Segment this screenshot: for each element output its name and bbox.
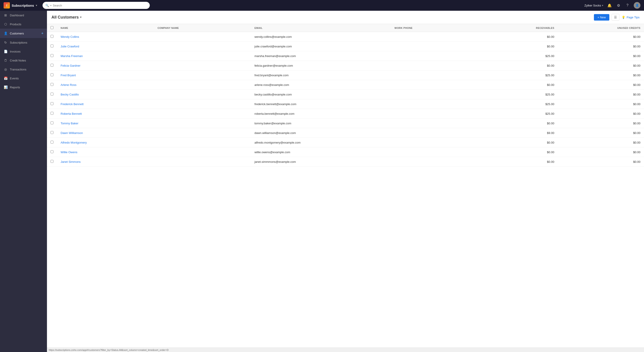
- customer-name[interactable]: Roberta Bennett: [57, 109, 154, 118]
- customers-table: NAME COMPANY NAME EMAIL WORK PHONE RECEI…: [47, 24, 644, 166]
- app-logo[interactable]: Z Subscriptions ▾: [4, 2, 37, 8]
- sidebar-item-subscriptions[interactable]: ↻Subscriptions: [0, 38, 47, 47]
- new-button[interactable]: + New: [594, 14, 609, 20]
- customer-name[interactable]: Janet Simmons: [57, 157, 154, 166]
- unused-credits: $0.00: [558, 128, 644, 138]
- page-tips-button[interactable]: 💡 Page Tips: [622, 16, 640, 19]
- row-checkbox-6[interactable]: [50, 92, 54, 96]
- customer-name[interactable]: Alfredo Montgomery: [57, 138, 154, 147]
- table-row[interactable]: Felicia Gardner felicia.gardner@example.…: [47, 61, 644, 70]
- unused-credits: $0.00: [558, 118, 644, 128]
- search-area: 🔍 ▾: [42, 2, 150, 9]
- col-header-company[interactable]: COMPANY NAME: [154, 24, 251, 32]
- table-row[interactable]: Willie Owens willie.owens@example.com $0…: [47, 147, 644, 157]
- company-name: [154, 70, 251, 80]
- table-row[interactable]: Fred Bryant fred.bryant@example.com $25.…: [47, 70, 644, 80]
- company-name: [154, 51, 251, 61]
- table-row[interactable]: Becky Castillo becky.castillo@example.co…: [47, 90, 644, 99]
- sidebar-item-transactions[interactable]: ◎Transactions: [0, 65, 47, 74]
- unused-credits: $0.00: [558, 157, 644, 166]
- customer-name[interactable]: Willie Owens: [57, 147, 154, 157]
- unused-credits: $0.00: [558, 80, 644, 90]
- app-name: Subscriptions: [12, 4, 34, 8]
- sidebar-item-products[interactable]: ⬡Products: [0, 20, 47, 29]
- dashboard-icon: ⊞: [4, 14, 8, 17]
- sidebar-item-credit-notes[interactable]: 🗒Credit Notes: [0, 56, 47, 65]
- search-dropdown-icon[interactable]: ▾: [50, 4, 52, 7]
- col-header-credits[interactable]: UNUSED CREDITS: [558, 24, 644, 32]
- table-row[interactable]: Marsha Freeman marsha.freeman@example.co…: [47, 51, 644, 61]
- sidebar-item-label-dashboard: Dashboard: [10, 14, 44, 17]
- col-header-email[interactable]: EMAIL: [251, 24, 391, 32]
- org-selector[interactable]: Zylker Socks ▾: [584, 4, 603, 7]
- customer-name[interactable]: Dawn Williamson: [57, 128, 154, 138]
- customer-name[interactable]: Felicia Gardner: [57, 61, 154, 70]
- company-name: [154, 80, 251, 90]
- table-row[interactable]: Wendy Collins wendy.collins@example.com …: [47, 32, 644, 42]
- avatar[interactable]: 👤: [634, 2, 640, 9]
- work-phone: [391, 118, 477, 128]
- company-name: [154, 61, 251, 70]
- customer-email: willie.owens@example.com: [251, 147, 391, 157]
- row-checkbox-11[interactable]: [50, 141, 54, 144]
- row-checkbox-1[interactable]: [50, 44, 54, 48]
- col-header-name[interactable]: NAME: [57, 24, 154, 32]
- row-checkbox-10[interactable]: [50, 131, 54, 134]
- sidebar-item-events[interactable]: 📅Events: [0, 74, 47, 83]
- customer-name[interactable]: Tommy Baker: [57, 118, 154, 128]
- receivables: $0.00: [477, 80, 558, 90]
- table-row[interactable]: Janet Simmons janet.simmmons@example.com…: [47, 157, 644, 166]
- work-phone: [391, 51, 477, 61]
- col-header-receivables[interactable]: RECEIVABLES: [477, 24, 558, 32]
- row-checkbox-0[interactable]: [50, 35, 54, 38]
- row-checkbox-3[interactable]: [50, 64, 54, 67]
- zoho-icon: Z: [4, 2, 10, 8]
- row-checkbox-7[interactable]: [50, 102, 54, 105]
- settings-icon[interactable]: ⚙: [616, 3, 621, 8]
- sidebar-item-customers[interactable]: 👤Customers+: [0, 29, 47, 38]
- customer-name[interactable]: Arlene Ross: [57, 80, 154, 90]
- customer-name[interactable]: Julie Crawford: [57, 42, 154, 51]
- table-row[interactable]: Roberta Bennett roberta.bennett@example.…: [47, 109, 644, 118]
- company-name: [154, 42, 251, 51]
- table-row[interactable]: Julie Crawford julie.crawford@example.co…: [47, 42, 644, 51]
- list-view-button[interactable]: ☰: [612, 14, 620, 20]
- company-name: [154, 128, 251, 138]
- select-all-checkbox[interactable]: [50, 26, 54, 29]
- row-checkbox-12[interactable]: [50, 150, 54, 153]
- app-dropdown-icon[interactable]: ▾: [36, 4, 37, 7]
- customer-name[interactable]: Frederick Bennett: [57, 99, 154, 109]
- add-customers-button[interactable]: +: [41, 31, 44, 35]
- sidebar-item-dashboard[interactable]: ⊞Dashboard: [0, 11, 47, 20]
- transactions-icon: ◎: [4, 68, 8, 71]
- row-checkbox-cell: [47, 157, 57, 166]
- customer-name[interactable]: Marsha Freeman: [57, 51, 154, 61]
- table-row[interactable]: Dawn Williamson dawn.williamson@example.…: [47, 128, 644, 138]
- sidebar-item-invoices[interactable]: 📄Invoices: [0, 47, 47, 56]
- row-checkbox-2[interactable]: [50, 54, 54, 57]
- row-checkbox-8[interactable]: [50, 112, 54, 115]
- row-checkbox-4[interactable]: [50, 73, 54, 76]
- work-phone: [391, 157, 477, 166]
- customer-email: becky.castillo@example.com: [251, 90, 391, 99]
- title-dropdown-icon[interactable]: ▾: [80, 16, 82, 19]
- unused-credits: $0.00: [558, 138, 644, 147]
- table-row[interactable]: Arlene Ross arlene.ross@example.com $0.0…: [47, 80, 644, 90]
- customer-email: tommy.baker@example.com: [251, 118, 391, 128]
- search-icon: 🔍: [46, 4, 49, 7]
- customer-name[interactable]: Wendy Collins: [57, 32, 154, 42]
- row-checkbox-13[interactable]: [50, 160, 54, 163]
- row-checkbox-5[interactable]: [50, 83, 54, 86]
- search-input[interactable]: [53, 4, 147, 7]
- products-icon: ⬡: [4, 22, 8, 26]
- customer-name[interactable]: Becky Castillo: [57, 90, 154, 99]
- help-icon[interactable]: ?: [625, 3, 630, 8]
- row-checkbox-9[interactable]: [50, 122, 54, 124]
- col-header-phone[interactable]: WORK PHONE: [391, 24, 477, 32]
- table-row[interactable]: Tommy Baker tommy.baker@example.com $0.0…: [47, 118, 644, 128]
- sidebar-item-reports[interactable]: 📊Reports: [0, 83, 47, 92]
- customer-name[interactable]: Fred Bryant: [57, 70, 154, 80]
- table-row[interactable]: Alfredo Montgomery alfredo.montgomery@ex…: [47, 138, 644, 147]
- notifications-icon[interactable]: 🔔: [607, 3, 612, 8]
- table-row[interactable]: Frederick Bennett frederick.bennett@exam…: [47, 99, 644, 109]
